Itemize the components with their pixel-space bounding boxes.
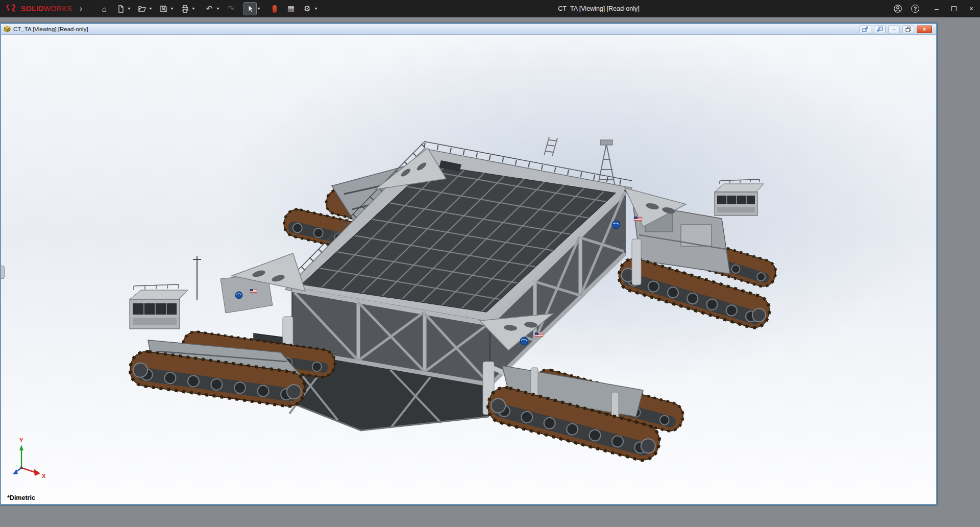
open-button[interactable] [135,2,149,15]
doc-close-button[interactable]: × [917,26,932,33]
new-document-icon [116,5,125,13]
table-icon: ▦ [287,4,295,13]
y-axis-label: Y [19,437,23,443]
document-titlebar[interactable]: CT_TA [Viewing] [Read-only] – × [1,24,936,35]
user-account-icon [893,4,902,13]
undo-dropdown-caret-icon[interactable] [216,8,219,10]
us-flag-icon [250,289,257,293]
design-table-button[interactable]: ▦ [284,2,298,15]
quick-access-toolbar: ⌂ ↶ ↷ ▦ ⚙ [97,2,319,15]
dock-window-icon [862,27,869,32]
redo-button[interactable]: ↷ [224,2,237,15]
antenna-mast [193,256,201,300]
select-pointer-icon [246,5,254,13]
front-operator-cab[interactable] [130,256,201,329]
help-button[interactable]: ? [906,0,924,17]
redo-icon: ↷ [228,4,234,13]
mdi-background: CT_TA [Viewing] [Read-only] – × [0,17,980,527]
view-orientation-label: *Dimetric [7,494,35,501]
print-dropdown-caret-icon[interactable] [192,8,195,10]
doc-dock-button[interactable] [860,26,871,33]
help-icon: ? [911,5,919,13]
doc-restore-icon [905,27,912,32]
doc-close-icon: × [923,27,926,32]
open-dropdown-caret-icon[interactable] [149,8,152,10]
options-button[interactable]: ⚙ [301,2,314,15]
select-dropdown-caret-icon[interactable] [257,8,260,10]
minimize-icon: – [935,5,939,13]
undock-window-icon [876,27,883,32]
x-axis-label: X [42,473,46,479]
x-axis-arrow-icon [34,469,40,476]
nasa-meatball-logo [235,292,242,299]
brand-expand-chevron-icon[interactable]: › [80,4,82,13]
options-gear-icon: ⚙ [304,4,310,13]
y-axis-arrow-icon [19,445,23,450]
titlebar-right-controls: ? – × [889,0,980,17]
document-window: CT_TA [Viewing] [Read-only] – × [0,23,937,505]
home-button[interactable]: ⌂ [97,2,111,15]
app-close-button[interactable]: × [963,0,980,17]
close-icon: × [969,5,973,13]
print-icon [181,5,189,13]
feature-pane-splitter-tab[interactable] [1,266,5,279]
us-flag-icon [634,217,642,221]
rear-operator-cab[interactable] [715,179,764,215]
record-indicator-icon [273,5,277,13]
save-icon [159,5,168,13]
part-document-icon [4,26,11,33]
doc-minimize-icon: – [892,27,895,32]
maximize-icon [951,6,957,11]
home-icon: ⌂ [102,5,106,13]
undo-icon: ↶ [206,4,213,13]
save-dropdown-caret-icon[interactable] [170,8,174,10]
solidworks-logo-icon [5,4,18,14]
graphics-viewport[interactable]: Y X *Dimetric [1,35,936,504]
us-flag-icon [535,332,543,337]
doc-restore-button[interactable] [902,26,914,33]
options-dropdown-caret-icon[interactable] [314,8,317,10]
open-folder-icon [138,5,146,13]
user-account-button[interactable] [889,0,906,17]
doc-minimize-button[interactable]: – [888,26,900,33]
solidworks-brand: SOLIDWORKS › [0,4,82,14]
nasa-meatball-logo [612,221,620,229]
orientation-triad[interactable]: Y X [13,437,46,479]
document-title: CT_TA [Viewing] [Read-only] [13,26,88,32]
solidworks-application: SOLIDWORKS › ⌂ ↶ ↷ ▦ [0,0,980,527]
active-document-title: CT_TA [Viewing] [Read-only] [558,0,639,17]
nasa-meatball-logo [520,337,528,345]
app-minimize-button[interactable]: – [928,0,945,17]
app-titlebar: SOLIDWORKS › ⌂ ↶ ↷ ▦ [0,0,980,17]
record-indicator-button[interactable] [268,2,281,15]
new-document-button[interactable] [114,2,127,15]
new-dropdown-caret-icon[interactable] [128,8,131,10]
crawler-truck-front-right[interactable] [484,366,686,464]
print-button[interactable] [178,2,191,15]
z-axis-arrow-icon [13,469,18,474]
doc-undock-button[interactable] [874,26,886,33]
save-button[interactable] [157,2,170,15]
app-maximize-button[interactable] [945,0,963,17]
model-canvas[interactable]: Y X [1,35,936,504]
undo-button[interactable]: ↶ [203,2,216,15]
select-tool-button[interactable] [243,2,257,15]
brand-wordmark: SOLIDWORKS [21,5,72,13]
document-window-controls: – × [860,26,934,33]
